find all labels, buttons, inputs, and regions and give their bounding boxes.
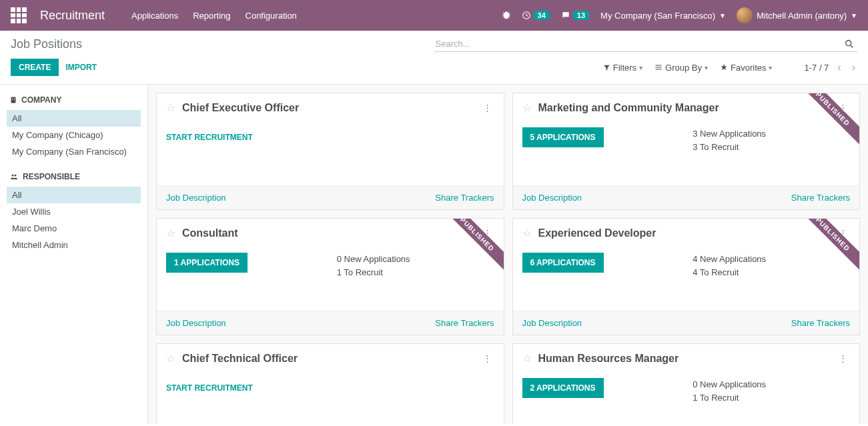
activity-count: 34 [533,11,550,20]
filters-button[interactable]: Filters ▾ [603,63,642,73]
star-icon[interactable]: ☆ [166,352,175,365]
applications-button[interactable]: 5 APPLICATIONS [522,127,604,147]
topbar: Recruitment Applications Reporting Confi… [0,0,868,31]
sidebar-item[interactable]: My Company (San Francisco) [7,143,141,160]
job-card[interactable]: ☆Human Resources Manager⋮2 APPLICATIONS0… [512,343,861,424]
start-recruitment-button[interactable]: START RECRUITMENT [166,127,253,147]
sidebar-item[interactable]: All [7,110,141,127]
star-icon[interactable]: ☆ [522,227,532,239]
activity-icon[interactable]: 34 [522,11,550,20]
share-trackers-link[interactable]: Share Trackers [791,193,850,203]
card-menu-icon[interactable]: ⋮ [836,353,850,363]
caret-down-icon: ▼ [719,12,726,19]
sidebar-item[interactable]: Mitchell Admin [7,237,141,253]
avatar [737,7,753,23]
star-icon[interactable]: ☆ [166,227,175,239]
to-recruit-text: 3 To Recruit [693,141,850,154]
nav-configuration[interactable]: Configuration [246,11,297,21]
search-icon[interactable] [841,37,857,51]
building-icon [9,96,17,104]
sidebar: COMPANYAllMy Company (Chicago)My Company… [0,85,148,424]
applications-button[interactable]: 2 APPLICATIONS [522,378,604,398]
search-input[interactable] [434,36,842,51]
caret-down-icon: ▼ [851,12,857,19]
nav-reporting[interactable]: Reporting [193,11,230,21]
search-bar [434,36,858,52]
svg-rect-9 [12,99,13,100]
nav-applications[interactable]: Applications [131,11,178,21]
star-icon[interactable]: ☆ [522,101,532,114]
card-stats: 0 New Applications1 To Recruit [337,253,494,279]
card-menu-icon[interactable]: ⋮ [836,103,850,113]
sidebar-section-title: COMPANY [21,95,61,105]
job-description-link[interactable]: Job Description [522,318,582,328]
svg-rect-8 [14,98,15,99]
company-name: My Company (San Francisco) [600,11,715,21]
company-switcher[interactable]: My Company (San Francisco) ▼ [600,11,726,21]
sidebar-item[interactable]: My Company (Chicago) [7,127,141,143]
filters-label: Filters [613,63,636,73]
import-button[interactable]: IMPORT [65,63,97,72]
svg-point-12 [15,175,17,177]
sidebar-item[interactable]: Joel Willis [7,203,141,220]
kanban-view: ☆Chief Executive Officer⋮START RECRUITME… [148,85,868,424]
card-stats: 0 New Applications1 To Recruit [693,378,850,404]
job-description-link[interactable]: Job Description [522,193,582,203]
favorites-button[interactable]: Favorites ▾ [720,63,772,73]
debug-icon[interactable] [502,11,511,20]
topbar-right: 34 13 My Company (San Francisco) ▼ Mitch… [502,7,857,23]
app-brand[interactable]: Recruitment [40,9,105,23]
card-menu-icon[interactable]: ⋮ [480,103,494,113]
job-description-link[interactable]: Job Description [166,193,226,203]
job-card[interactable]: PUBLISHED☆Experienced Developer⋮6 APPLIC… [512,218,861,335]
job-card[interactable]: PUBLISHED☆Consultant⋮1 APPLICATIONS0 New… [156,218,504,335]
job-card[interactable]: ☆Chief Executive Officer⋮START RECRUITME… [156,93,504,210]
card-title: Marketing and Community Manager [538,102,719,114]
chat-icon[interactable]: 13 [561,11,590,20]
groupby-label: Group By [665,63,702,73]
start-recruitment-button[interactable]: START RECRUITMENT [166,378,253,398]
card-menu-icon[interactable]: ⋮ [480,353,494,363]
star-icon[interactable]: ☆ [522,352,532,365]
caret-down-icon: ▾ [705,64,708,71]
svg-point-11 [12,175,14,177]
star-icon[interactable]: ☆ [166,101,175,114]
job-card[interactable]: ☆Chief Technical Officer⋮START RECRUITME… [156,343,504,424]
job-card[interactable]: PUBLISHED☆Marketing and Community Manage… [512,93,861,210]
card-stats: 4 New Applications4 To Recruit [693,253,850,279]
to-recruit-text: 1 To Recruit [693,391,850,405]
card-title: Chief Executive Officer [182,102,299,114]
share-trackers-link[interactable]: Share Trackers [435,193,494,203]
svg-rect-7 [12,98,13,99]
to-recruit-text: 1 To Recruit [337,266,494,279]
pager-prev[interactable]: ‹ [835,61,843,73]
sidebar-section-header: RESPONSIBLE [7,171,141,183]
apps-menu-icon[interactable] [11,7,27,23]
new-apps-text: 3 New Applications [693,127,850,141]
chat-count: 13 [572,11,590,20]
card-stats: 3 New Applications3 To Recruit [693,127,850,153]
top-navigation: Applications Reporting Configuration [131,11,297,21]
to-recruit-text: 4 To Recruit [693,266,850,279]
applications-button[interactable]: 6 APPLICATIONS [522,253,604,273]
card-title: Chief Technical Officer [182,353,298,365]
sidebar-item[interactable]: Marc Demo [7,220,141,237]
card-menu-icon[interactable]: ⋮ [480,228,494,238]
card-title: Human Resources Manager [538,353,679,365]
breadcrumb: Job Positions [11,37,82,51]
share-trackers-link[interactable]: Share Trackers [435,318,494,328]
svg-rect-10 [14,99,15,100]
applications-button[interactable]: 1 APPLICATIONS [166,253,248,273]
svg-point-1 [846,40,851,45]
share-trackers-link[interactable]: Share Trackers [791,318,850,328]
user-name: Mitchell Admin (antony) [757,11,847,21]
users-icon [9,173,19,181]
groupby-button[interactable]: Group By ▾ [655,63,708,73]
user-menu[interactable]: Mitchell Admin (antony) ▼ [737,7,857,23]
caret-down-icon: ▾ [769,64,772,71]
job-description-link[interactable]: Job Description [166,318,226,328]
card-menu-icon[interactable]: ⋮ [836,228,850,238]
pager-next[interactable]: › [850,61,857,73]
create-button[interactable]: CREATE [11,59,59,76]
sidebar-item[interactable]: All [7,187,141,203]
